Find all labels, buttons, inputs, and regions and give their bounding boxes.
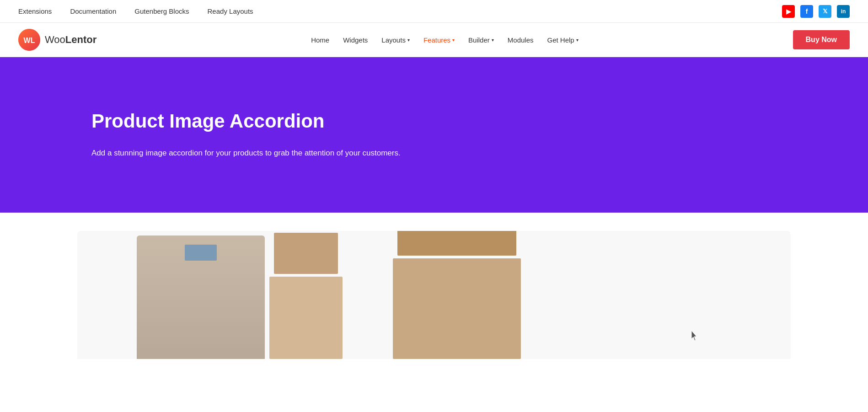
box-small bbox=[274, 233, 338, 274]
layouts-chevron-icon: ▾ bbox=[407, 37, 410, 43]
linkedin-icon[interactable]: in bbox=[837, 5, 850, 18]
nav-widgets-link[interactable]: Widgets bbox=[343, 36, 368, 44]
get-help-chevron-icon: ▾ bbox=[576, 37, 579, 43]
nav-home-link[interactable]: Home bbox=[311, 36, 329, 44]
main-navigation: WL WooLentor Home Widgets Layouts ▾ Feat… bbox=[0, 23, 868, 57]
builder-chevron-icon: ▾ bbox=[492, 37, 494, 43]
topbar-gutenberg-blocks-link[interactable]: Gutenberg Blocks bbox=[134, 7, 189, 15]
youtube-icon[interactable]: ▶ bbox=[782, 5, 795, 18]
product-box-stack-1 bbox=[269, 233, 343, 359]
product-box-stack-2 bbox=[393, 231, 521, 359]
top-bar: Extensions Documentation Gutenberg Block… bbox=[0, 0, 868, 23]
hero-description: Add a stunning image accordion for your … bbox=[91, 147, 402, 160]
nav-layouts-link[interactable]: Layouts ▾ bbox=[381, 36, 410, 44]
nav-get-help-link[interactable]: Get Help ▾ bbox=[547, 36, 579, 44]
box-wide-top bbox=[397, 231, 516, 256]
topbar-ready-layouts-link[interactable]: Ready Layouts bbox=[208, 7, 253, 15]
topbar-documentation-link[interactable]: Documentation bbox=[70, 7, 116, 15]
collar-detail bbox=[185, 245, 217, 261]
main-nav-links: Home Widgets Layouts ▾ Features ▾ Builde… bbox=[311, 36, 579, 44]
svg-text:WL: WL bbox=[24, 37, 35, 44]
hero-section: Product Image Accordion Add a stunning i… bbox=[0, 57, 868, 213]
logo-icon: WL bbox=[18, 29, 40, 51]
logo-link[interactable]: WL WooLentor bbox=[18, 29, 96, 51]
buy-now-button[interactable]: Buy Now bbox=[793, 30, 850, 49]
features-chevron-icon: ▾ bbox=[452, 37, 455, 43]
social-links: ▶ f 𝕏 in bbox=[782, 5, 850, 18]
facebook-icon[interactable]: f bbox=[800, 5, 813, 18]
top-bar-navigation: Extensions Documentation Gutenberg Block… bbox=[18, 7, 253, 15]
nav-features-link[interactable]: Features ▾ bbox=[423, 36, 455, 44]
nav-modules-link[interactable]: Modules bbox=[508, 36, 534, 44]
nav-builder-link[interactable]: Builder ▾ bbox=[468, 36, 494, 44]
product-image-section bbox=[0, 213, 868, 359]
twitter-icon[interactable]: 𝕏 bbox=[819, 5, 831, 18]
box-large bbox=[269, 277, 343, 359]
product-clothing-item bbox=[137, 235, 265, 359]
hero-title: Product Image Accordion bbox=[91, 110, 777, 133]
product-image-container bbox=[77, 231, 791, 359]
logo-text: WooLentor bbox=[45, 34, 96, 46]
box-wide bbox=[393, 258, 521, 359]
topbar-extensions-link[interactable]: Extensions bbox=[18, 7, 52, 15]
